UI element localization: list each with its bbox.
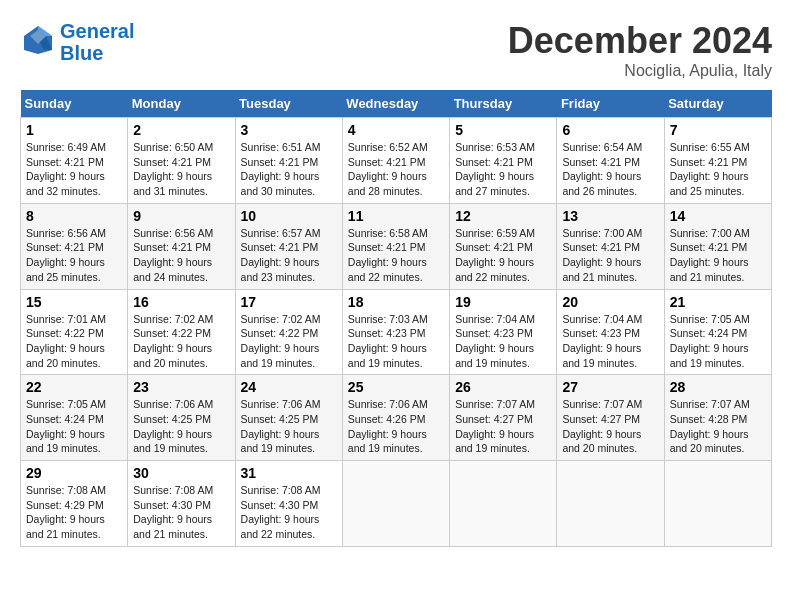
col-friday: Friday	[557, 90, 664, 118]
table-row	[450, 461, 557, 547]
table-row	[557, 461, 664, 547]
table-row	[342, 461, 449, 547]
month-title: December 2024	[508, 20, 772, 62]
table-row: 24 Sunrise: 7:06 AMSunset: 4:25 PMDaylig…	[235, 375, 342, 461]
table-row: 18 Sunrise: 7:03 AMSunset: 4:23 PMDaylig…	[342, 289, 449, 375]
table-row	[664, 461, 771, 547]
table-row: 25 Sunrise: 7:06 AMSunset: 4:26 PMDaylig…	[342, 375, 449, 461]
table-row: 28 Sunrise: 7:07 AMSunset: 4:28 PMDaylig…	[664, 375, 771, 461]
table-row: 29 Sunrise: 7:08 AMSunset: 4:29 PMDaylig…	[21, 461, 128, 547]
calendar-table: Sunday Monday Tuesday Wednesday Thursday…	[20, 90, 772, 547]
table-row: 22 Sunrise: 7:05 AMSunset: 4:24 PMDaylig…	[21, 375, 128, 461]
table-row: 26 Sunrise: 7:07 AMSunset: 4:27 PMDaylig…	[450, 375, 557, 461]
location-title: Nociglia, Apulia, Italy	[508, 62, 772, 80]
table-row: 8 Sunrise: 6:56 AMSunset: 4:21 PMDayligh…	[21, 203, 128, 289]
table-row: 30 Sunrise: 7:08 AMSunset: 4:30 PMDaylig…	[128, 461, 235, 547]
table-row: 16 Sunrise: 7:02 AMSunset: 4:22 PMDaylig…	[128, 289, 235, 375]
col-tuesday: Tuesday	[235, 90, 342, 118]
table-row: 31 Sunrise: 7:08 AMSunset: 4:30 PMDaylig…	[235, 461, 342, 547]
table-row: 15 Sunrise: 7:01 AMSunset: 4:22 PMDaylig…	[21, 289, 128, 375]
table-row: 10 Sunrise: 6:57 AMSunset: 4:21 PMDaylig…	[235, 203, 342, 289]
col-wednesday: Wednesday	[342, 90, 449, 118]
table-row: 17 Sunrise: 7:02 AMSunset: 4:22 PMDaylig…	[235, 289, 342, 375]
table-row: 6 Sunrise: 6:54 AMSunset: 4:21 PMDayligh…	[557, 118, 664, 204]
table-row: 20 Sunrise: 7:04 AMSunset: 4:23 PMDaylig…	[557, 289, 664, 375]
table-row: 4 Sunrise: 6:52 AMSunset: 4:21 PMDayligh…	[342, 118, 449, 204]
table-row: 13 Sunrise: 7:00 AMSunset: 4:21 PMDaylig…	[557, 203, 664, 289]
table-row: 27 Sunrise: 7:07 AMSunset: 4:27 PMDaylig…	[557, 375, 664, 461]
table-row: 5 Sunrise: 6:53 AMSunset: 4:21 PMDayligh…	[450, 118, 557, 204]
table-row: 23 Sunrise: 7:06 AMSunset: 4:25 PMDaylig…	[128, 375, 235, 461]
col-thursday: Thursday	[450, 90, 557, 118]
table-row: 9 Sunrise: 6:56 AMSunset: 4:21 PMDayligh…	[128, 203, 235, 289]
col-sunday: Sunday	[21, 90, 128, 118]
logo: General Blue	[20, 20, 134, 64]
logo-line1: General	[60, 20, 134, 42]
table-row: 14 Sunrise: 7:00 AMSunset: 4:21 PMDaylig…	[664, 203, 771, 289]
page-header: General Blue December 2024 Nociglia, Apu…	[20, 20, 772, 80]
logo-line2: Blue	[60, 42, 134, 64]
title-block: December 2024 Nociglia, Apulia, Italy	[508, 20, 772, 80]
table-row: 2 Sunrise: 6:50 AMSunset: 4:21 PMDayligh…	[128, 118, 235, 204]
header-row: Sunday Monday Tuesday Wednesday Thursday…	[21, 90, 772, 118]
table-row: 11 Sunrise: 6:58 AMSunset: 4:21 PMDaylig…	[342, 203, 449, 289]
table-row: 12 Sunrise: 6:59 AMSunset: 4:21 PMDaylig…	[450, 203, 557, 289]
table-row: 7 Sunrise: 6:55 AMSunset: 4:21 PMDayligh…	[664, 118, 771, 204]
table-row: 19 Sunrise: 7:04 AMSunset: 4:23 PMDaylig…	[450, 289, 557, 375]
col-monday: Monday	[128, 90, 235, 118]
logo-icon	[20, 22, 56, 58]
table-row: 3 Sunrise: 6:51 AMSunset: 4:21 PMDayligh…	[235, 118, 342, 204]
table-row: 21 Sunrise: 7:05 AMSunset: 4:24 PMDaylig…	[664, 289, 771, 375]
col-saturday: Saturday	[664, 90, 771, 118]
table-row: 1 Sunrise: 6:49 AMSunset: 4:21 PMDayligh…	[21, 118, 128, 204]
